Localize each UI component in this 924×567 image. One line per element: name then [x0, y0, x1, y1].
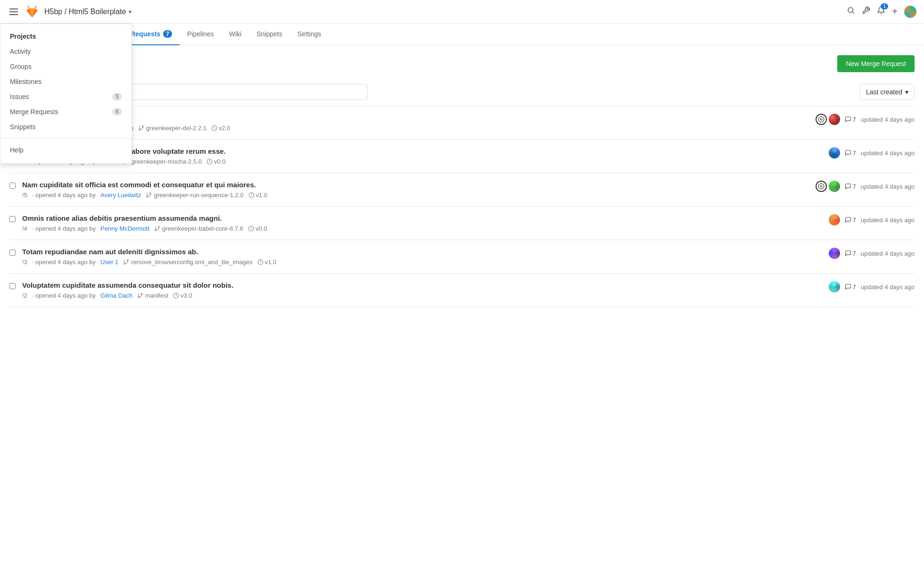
mr-content-0: niet repellendus aut dicta. !7 · opened …	[22, 114, 809, 132]
notification-icon[interactable]: 1	[877, 6, 885, 17]
dropdown-item-milestones[interactable]: Milestones	[0, 74, 132, 89]
search-icon[interactable]	[847, 6, 855, 17]
mr-right-1: 7 updated 4 days ago	[829, 147, 915, 158]
hamburger-menu[interactable]	[8, 7, 20, 17]
svg-point-7	[820, 118, 822, 120]
tab-settings[interactable]: Settings	[290, 24, 329, 45]
header: H5bp / Html5 Boilerplate ▾ 1 + Projects …	[0, 0, 924, 24]
project-dropdown-caret: ▾	[129, 8, 132, 15]
tab-settings-label: Settings	[297, 30, 322, 38]
mr-checkbox-5[interactable]	[9, 283, 16, 289]
mr-avatar-0[interactable]	[829, 114, 840, 125]
dropdown-item-activity[interactable]: Activity	[0, 44, 132, 59]
mr-branch-2: greenkeeper-run-sequence-1.2.0	[146, 192, 243, 199]
mr-author-3[interactable]: Penny McDermott	[100, 225, 149, 232]
mr-checkbox-4[interactable]	[9, 250, 16, 256]
wrench-icon[interactable]	[862, 6, 870, 17]
user-avatar[interactable]	[904, 6, 916, 18]
svg-point-28	[138, 296, 140, 298]
mr-avatar-3[interactable]	[829, 214, 840, 225]
mr-clock-1: v0.0	[206, 158, 226, 165]
mr-meta-3: !4 · opened 4 days ago by Penny McDermot…	[22, 225, 822, 232]
mr-avatar-5[interactable]	[829, 281, 840, 292]
mr-content-2: Nam cupiditate sit officia est commodi e…	[22, 181, 809, 199]
mr-comment-count-1: 7	[845, 150, 856, 157]
svg-point-4	[139, 129, 140, 130]
mr-avatars-4	[829, 248, 840, 259]
dropdown-groups-label: Groups	[10, 63, 32, 70]
table-row: Totam repudiandae nam aut deleniti digni…	[9, 240, 915, 274]
sort-dropdown[interactable]: Last created ▾	[860, 84, 915, 100]
mr-title-4[interactable]: Totam repudiandae nam aut deleniti digni…	[22, 248, 822, 256]
svg-point-13	[150, 193, 151, 194]
mr-clock-0: v2.0	[211, 125, 231, 132]
dropdown-mr-label: Merge Requests	[10, 108, 58, 116]
mr-meta-1: !6 · opened 4 days ago by User 1 greenke…	[22, 158, 822, 165]
mr-right-3: 7 updated 4 days ago	[829, 214, 915, 225]
mr-title-3[interactable]: Omnis ratione alias debitis praesentium …	[22, 214, 822, 222]
dropdown-help-label: Help	[10, 146, 24, 154]
svg-point-20	[155, 229, 157, 231]
mr-content-1: Aut et commodi veritatis facere labore v…	[22, 147, 822, 165]
mr-author-4[interactable]: User 1	[100, 258, 118, 266]
dropdown-section-title: Projects	[0, 30, 132, 44]
table-row: niet repellendus aut dicta. !7 · opened …	[9, 106, 915, 140]
tab-snippets[interactable]: Snippets	[249, 24, 289, 45]
dropdown-issues-badge: 5	[112, 93, 122, 100]
mr-right-4: 7 updated 4 days ago	[829, 248, 915, 259]
mr-author-5[interactable]: Gilma Dach	[100, 292, 132, 299]
mr-number-4: !3	[22, 258, 27, 266]
mr-meta-2: !5 · opened 4 days ago by Avery Lueilwit…	[22, 192, 809, 199]
mr-avatar-2[interactable]	[829, 181, 840, 192]
svg-point-0	[848, 8, 853, 13]
dropdown-item-groups[interactable]: Groups	[0, 59, 132, 74]
dropdown-item-merge-requests[interactable]: Merge Requests 6	[0, 104, 132, 119]
dropdown-item-help[interactable]: Help	[0, 142, 132, 158]
svg-point-17	[820, 185, 822, 187]
mr-avatar-1[interactable]	[829, 147, 840, 158]
mr-content-4: Totam repudiandae nam aut deleniti digni…	[22, 248, 822, 266]
svg-point-23	[127, 260, 128, 261]
mr-title-1[interactable]: Aut et commodi veritatis facere labore v…	[22, 147, 822, 155]
mr-title-2[interactable]: Nam cupiditate sit officia est commodi e…	[22, 181, 809, 189]
mr-opened-4: · opened 4 days ago by	[32, 258, 96, 266]
mr-updated-0: updated 4 days ago	[861, 116, 915, 123]
sort-caret: ▾	[905, 88, 908, 96]
toolbar: Last created ▾	[9, 78, 915, 106]
dropdown-activity-label: Activity	[10, 48, 31, 55]
mr-checkbox-3[interactable]	[9, 216, 16, 222]
target-icon-0	[816, 114, 827, 125]
table-row: Nam cupiditate sit officia est commodi e…	[9, 173, 915, 207]
new-merge-request-button[interactable]: New Merge Request	[837, 55, 915, 72]
add-icon[interactable]: +	[892, 6, 898, 17]
mr-title-0[interactable]: niet repellendus aut dicta.	[22, 114, 809, 122]
mr-clock-5: v3.0	[173, 292, 192, 299]
mr-number-5: !2	[22, 292, 27, 299]
dropdown-item-snippets[interactable]: Snippets	[0, 119, 132, 134]
dropdown-divider	[0, 138, 132, 139]
tab-wiki[interactable]: Wiki	[222, 24, 249, 45]
notification-count: 1	[881, 3, 888, 9]
svg-point-14	[147, 196, 148, 197]
table-row: Omnis ratione alias debitis praesentium …	[9, 207, 915, 240]
project-title[interactable]: H5bp / Html5 Boilerplate ▾	[44, 8, 132, 16]
mr-branch-0: greenkeeper-del-2.2.1	[138, 125, 206, 132]
dropdown-item-issues[interactable]: Issues 5	[0, 89, 132, 104]
mr-checkbox-2[interactable]	[9, 183, 16, 189]
svg-point-19	[158, 226, 159, 228]
mr-author-2[interactable]: Avery Lueilwitz	[100, 192, 141, 199]
mr-comment-count-5: 7	[845, 284, 856, 291]
mr-number-3: !4	[22, 225, 27, 232]
mr-clock-2: v1.0	[248, 192, 268, 199]
tab-pipelines[interactable]: Pipelines	[180, 24, 222, 45]
mr-right-2: 7 updated 4 days ago	[816, 181, 915, 192]
dropdown-issues-label: Issues	[10, 93, 29, 100]
mr-opened-3: · opened 4 days ago by	[32, 225, 96, 232]
dropdown-mr-badge: 6	[112, 108, 122, 116]
gitlab-logo[interactable]	[25, 5, 39, 18]
mr-title-5[interactable]: Voluptatem cupiditate assumenda consequa…	[22, 281, 822, 289]
mr-updated-3: updated 4 days ago	[861, 217, 915, 224]
mr-comment-count-3: 7	[845, 217, 856, 224]
mr-avatar-4[interactable]	[829, 248, 840, 259]
mr-comment-count-0: 7	[845, 116, 856, 123]
